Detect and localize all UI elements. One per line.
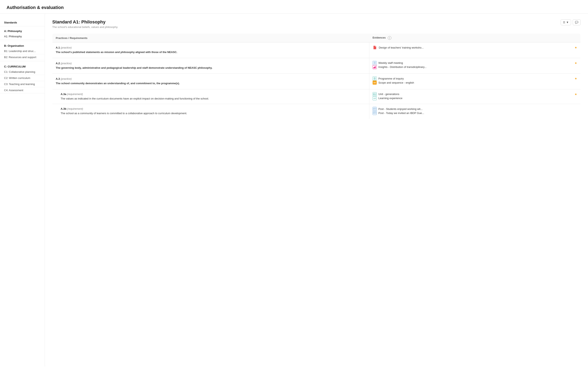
col-practice-header: Practices / Requirements xyxy=(52,34,369,42)
evidence-label: Scope and sequence - english xyxy=(378,81,577,84)
post-icon xyxy=(373,107,377,111)
app-title: Authorisation & evaluation xyxy=(7,5,581,10)
evidence-label: Insights - Distribution of transdiciplin… xyxy=(378,66,577,68)
standard-subtitle: The school's educational beliefs, values… xyxy=(52,25,118,29)
practice-id: A.1 xyxy=(56,46,60,49)
table-row: A.3a (requirement)The values as indicate… xyxy=(52,89,581,104)
sidebar-item-a1[interactable]: A1: Philosophy xyxy=(0,33,45,40)
svg-rect-3 xyxy=(375,66,376,68)
standard-title: Standard A1: Philosophy xyxy=(52,19,118,25)
svg-text:PDF: PDF xyxy=(374,47,376,49)
toolbar-buttons: ☰ ▼ 💬 xyxy=(561,19,581,25)
svg-point-5 xyxy=(374,93,374,94)
sidebar-section-c: C: CURRICULUM xyxy=(0,63,45,69)
practice-id: A.3 xyxy=(56,77,60,80)
practice-label: A.3 (practice) xyxy=(56,77,366,80)
star-icon[interactable]: ★ xyxy=(575,92,577,96)
table-icon: ☷ xyxy=(373,61,377,65)
practice-cell: A.3 (practice)The school community demon… xyxy=(52,74,369,89)
evidence-table: Practices / Requirements Evidences i A.1… xyxy=(52,33,581,119)
svg-rect-9 xyxy=(373,112,376,114)
practice-text: The values as indicated in the curriculu… xyxy=(61,97,366,101)
practice-cell: A.3b (requirement)The school as a commun… xyxy=(52,104,369,119)
evidence-item[interactable]: Post - Today we invited an IBDP Gue... xyxy=(373,111,577,115)
chart-icon xyxy=(373,65,377,69)
practice-id: A.3a xyxy=(61,92,66,96)
practice-text: The school community demonstrates an und… xyxy=(56,81,366,85)
practice-text: The school as a community of learners is… xyxy=(61,111,366,115)
practice-id: A.3b xyxy=(61,107,66,110)
evidence-label: Post - Students enjoyed working wit... xyxy=(378,108,577,110)
svg-rect-2 xyxy=(374,67,375,68)
evidence-label: Design of teachers' training worksho... xyxy=(379,46,573,49)
evidence-item[interactable]: LELearning experience xyxy=(373,96,577,100)
evidence-item[interactable]: Post - Students enjoyed working wit... xyxy=(373,107,577,111)
sidebar-item-c1[interactable]: C1: Collaborative planning xyxy=(0,69,45,75)
practice-label: A.1 (practice) xyxy=(56,46,366,49)
svg-rect-1 xyxy=(373,67,374,68)
evidence-label: Weekly staff meeting xyxy=(378,61,573,64)
le-icon: LE xyxy=(373,96,377,100)
table-header-row: Practices / Requirements Evidences i xyxy=(52,34,581,42)
evidence-cell: ☰Programme of inquiry★ENScope and sequen… xyxy=(369,74,581,89)
svg-rect-6 xyxy=(373,108,376,110)
evidence-cell: Unit - generations★LELearning experience xyxy=(369,89,581,104)
sidebar-item-c3[interactable]: C3: Teaching and learning xyxy=(0,81,45,87)
evidence-cell: Post - Students enjoyed working wit...Po… xyxy=(369,104,581,119)
table-row: A.3b (requirement)The school as a commun… xyxy=(52,104,581,119)
practice-type: (practice) xyxy=(61,46,72,49)
practice-text: The governing body, administrative and p… xyxy=(56,66,366,70)
evidence-item[interactable]: ☰Programme of inquiry★ xyxy=(373,76,577,81)
dropdown-arrow-icon: ▼ xyxy=(566,21,569,24)
evidence-item[interactable]: ☷Weekly staff meeting★ xyxy=(373,61,577,65)
evidence-info-icon[interactable]: i xyxy=(388,36,391,40)
sidebar: Standards A: Philosophy A1: Philosophy B… xyxy=(0,14,45,366)
practice-type: (practice) xyxy=(61,62,72,65)
practice-label: A.2 (practice) xyxy=(56,62,366,65)
evidence-label: Unit - generations xyxy=(378,92,573,96)
main-content: Standard A1: Philosophy The school's edu… xyxy=(45,14,588,366)
col-evidence-header: Evidences i xyxy=(369,34,581,42)
comment-icon: 💬 xyxy=(575,21,579,24)
star-icon[interactable]: ★ xyxy=(575,46,577,49)
sidebar-item-c4[interactable]: C4: Assessment xyxy=(0,87,45,93)
star-icon[interactable]: ★ xyxy=(575,77,577,80)
practice-label: A.3b (requirement) xyxy=(61,107,366,110)
app-header: Authorisation & evaluation xyxy=(0,0,588,14)
pdf-icon: PDF xyxy=(373,45,377,50)
practice-type: (requirement) xyxy=(67,107,83,110)
evidence-item[interactable]: ENScope and sequence - english xyxy=(373,81,577,85)
image-icon xyxy=(373,92,377,96)
practice-cell: A.2 (practice)The governing body, admini… xyxy=(52,58,369,74)
table-row: A.1 (practice)The school's published sta… xyxy=(52,42,581,58)
post-icon xyxy=(373,111,377,115)
evidence-item[interactable]: Insights - Distribution of transdiciplin… xyxy=(373,65,577,69)
comment-button[interactable]: 💬 xyxy=(573,19,581,25)
sidebar-section-a: A: Philosophy xyxy=(0,28,45,33)
table-row: A.3 (practice)The school community demon… xyxy=(52,74,581,89)
standard-header: Standard A1: Philosophy The school's edu… xyxy=(52,19,581,29)
poi-icon: ☰ xyxy=(373,76,377,81)
evidence-label: Programme of inquiry xyxy=(378,77,573,80)
layout: Standards A: Philosophy A1: Philosophy B… xyxy=(0,14,588,366)
practice-type: (requirement) xyxy=(67,92,83,96)
sidebar-item-b2[interactable]: B2: Resources and support xyxy=(0,54,45,60)
practice-type: (practice) xyxy=(61,77,72,80)
evidence-label: Learning experience xyxy=(378,97,577,100)
practice-cell: A.1 (practice)The school's published sta… xyxy=(52,42,369,58)
evidence-cell: ☷Weekly staff meeting★Insights - Distrib… xyxy=(369,58,581,74)
evidence-item[interactable]: Unit - generations★ xyxy=(373,92,577,96)
list-icon: ☰ xyxy=(563,21,565,24)
sidebar-item-c2[interactable]: C2: Written curriculum xyxy=(0,75,45,81)
table-row: A.2 (practice)The governing body, admini… xyxy=(52,58,581,74)
evidence-label: Post - Today we invited an IBDP Gue... xyxy=(378,111,577,115)
list-view-button[interactable]: ☰ ▼ xyxy=(561,19,571,25)
sidebar-section-b: B: Organisation xyxy=(0,43,45,48)
practice-cell: A.3a (requirement)The values as indicate… xyxy=(52,89,369,104)
star-icon[interactable]: ★ xyxy=(575,61,577,65)
sidebar-item-b1[interactable]: B1: Leadership and struc... xyxy=(0,48,45,54)
practice-label: A.3a (requirement) xyxy=(61,92,366,96)
evidence-item[interactable]: PDFDesign of teachers' training worksho.… xyxy=(373,45,577,50)
scope-icon: EN xyxy=(373,81,377,85)
practice-id: A.2 xyxy=(56,62,60,65)
